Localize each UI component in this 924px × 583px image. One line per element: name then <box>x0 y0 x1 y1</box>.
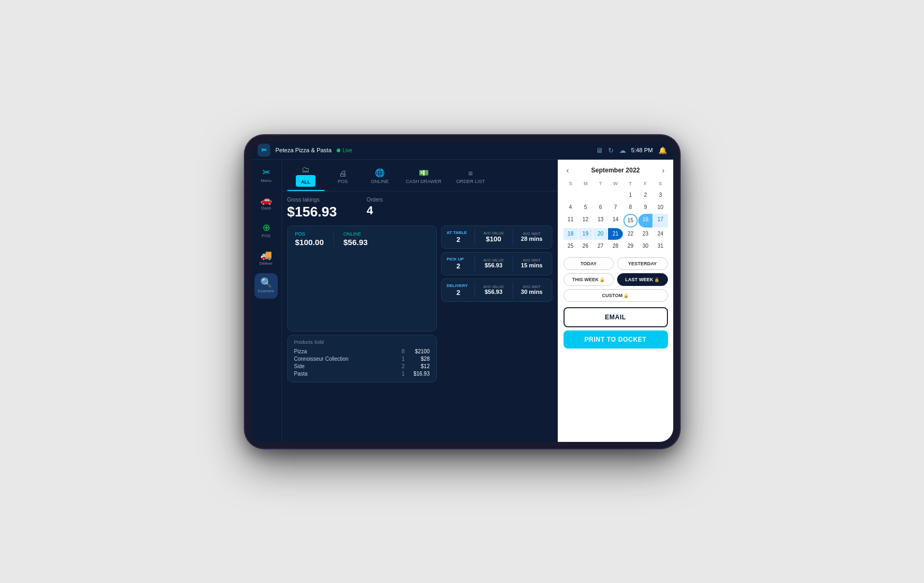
cal-day-29[interactable]: 29 <box>623 240 638 252</box>
cal-day-15[interactable]: 15 <box>623 214 638 228</box>
cal-day-9[interactable]: 9 <box>638 202 653 213</box>
cal-header-t2: T <box>623 180 638 187</box>
cal-day-11[interactable]: 11 <box>564 214 578 228</box>
tab-pos[interactable]: 🖨 POS <box>324 167 362 187</box>
pick-up-avg-wait-label: AVG WAIT <box>523 258 540 262</box>
pos-online-divider <box>333 231 334 247</box>
cal-day-12[interactable]: 12 <box>578 214 593 228</box>
cal-day-20[interactable]: 20 <box>593 228 608 240</box>
print-to-docket-button[interactable]: PRINT TO DOCKET <box>564 330 668 349</box>
filter-row-1: TODAY YESTERDAY <box>564 257 668 270</box>
cards-row: POS $100.00 ONLINE $56.93 <box>287 225 552 382</box>
pos-col-label: POS <box>295 231 324 237</box>
tab-cash-icon: 💵 <box>419 168 429 178</box>
refresh-icon[interactable]: ↻ <box>608 146 614 154</box>
pick-up-divider <box>474 256 475 272</box>
cal-day-31[interactable]: 31 <box>653 240 667 252</box>
cal-day-24[interactable]: 24 <box>653 228 667 240</box>
cal-day-5[interactable]: 5 <box>578 202 593 213</box>
last-week-filter-button[interactable]: LAST WEEK🔒 <box>617 273 668 286</box>
tablet-device: ✂ Peteza Pizza & Pasta Live 🖥 ↻ ☁ 5:48 P… <box>245 135 680 448</box>
cal-day-14[interactable]: 14 <box>608 214 622 228</box>
dashboard-content: Gross takings $156.93 Orders 4 <box>282 192 558 442</box>
cal-day-empty-1 <box>564 189 578 201</box>
cal-day-30[interactable]: 30 <box>638 240 653 252</box>
delivery-avg-value-label: AVG VALUE <box>483 285 504 289</box>
sidebar-item-menu[interactable]: ✂ Menu <box>254 163 278 188</box>
sidebar-item-examine[interactable]: 🔍 Examine <box>254 273 278 299</box>
pos-col-value: $100.00 <box>295 238 324 247</box>
tab-online[interactable]: 🌐 ONLINE <box>362 166 399 187</box>
cal-day-6[interactable]: 6 <box>593 202 608 213</box>
cal-day-19[interactable]: 19 <box>578 228 593 240</box>
this-week-filter-button[interactable]: THIS WEEK🔒 <box>564 273 614 286</box>
cal-day-18[interactable]: 18 <box>564 228 578 240</box>
cal-day-17[interactable]: 17 <box>653 214 667 228</box>
deliver-icon: 🚚 <box>260 250 272 260</box>
custom-filter-button[interactable]: CUSTOM🔒 <box>564 289 668 302</box>
tab-all[interactable]: 🗂 ALL <box>287 163 324 191</box>
this-week-lock-icon: 🔒 <box>600 277 605 282</box>
email-button[interactable]: EMAIL <box>564 307 668 327</box>
tab-order-icon: ≡ <box>468 169 473 178</box>
sidebar-item-dash[interactable]: 🚗 Dash <box>254 190 278 216</box>
cal-day-23[interactable]: 23 <box>638 228 653 240</box>
cal-day-13[interactable]: 13 <box>593 214 608 228</box>
sidebar-item-deliver[interactable]: 🚚 Deliver <box>254 246 278 271</box>
tab-order-list[interactable]: ≡ ORDER LIST <box>449 167 492 187</box>
tab-pos-icon: 🖨 <box>339 169 347 178</box>
cal-day-8[interactable]: 8 <box>623 202 638 213</box>
product-name-pizza: Pizza <box>294 349 398 354</box>
delivery-avg-wait-val: 30 mins <box>521 289 543 295</box>
calendar-next-button[interactable]: › <box>659 165 668 176</box>
app-logo: ✂ <box>258 144 270 156</box>
calendar-body: 1 2 3 4 5 6 7 8 9 10 11 <box>564 189 668 252</box>
product-price-connoisseur: $28 <box>409 356 430 362</box>
at-table-divider2 <box>513 229 513 245</box>
yesterday-filter-button[interactable]: YESTERDAY <box>617 257 668 270</box>
sidebar-item-pos[interactable]: ⊕ POS <box>254 218 278 243</box>
cal-day-26[interactable]: 26 <box>578 240 593 252</box>
cal-header-m: M <box>578 180 593 187</box>
tab-cash-drawer[interactable]: 💵 CASH DRAWER <box>399 166 449 187</box>
order-stat-at-table: AT TABLE 2 AVG VALUE $100 <box>441 225 552 249</box>
cal-day-10[interactable]: 10 <box>653 202 667 213</box>
product-qty-connoisseur: 1 <box>398 356 409 362</box>
at-table-avg-wait-label: AVG WAIT <box>523 232 540 236</box>
at-table-avg-value-val: $100 <box>486 235 501 243</box>
cal-day-7[interactable]: 7 <box>608 202 622 213</box>
cal-day-4[interactable]: 4 <box>564 202 578 213</box>
right-panel: ‹ September 2022 › S M T W T F <box>558 160 673 442</box>
online-col-value: $56.93 <box>344 238 368 247</box>
product-row-pizza: Pizza 8 $2100 <box>294 348 430 355</box>
cal-day-27[interactable]: 27 <box>593 240 608 252</box>
orders-block: Orders 4 <box>366 197 383 220</box>
pick-up-divider2 <box>513 256 513 272</box>
tab-order-label: ORDER LIST <box>456 179 485 184</box>
sidebar-pos-label: POS <box>262 233 271 238</box>
cal-day-empty-2 <box>578 189 593 201</box>
cal-day-16[interactable]: 16 <box>638 214 653 228</box>
bell-icon[interactable]: 🔔 <box>658 146 667 154</box>
cal-day-28[interactable]: 28 <box>608 240 622 252</box>
product-row-side: Side 2 $12 <box>294 363 430 370</box>
pick-up-count: 2 <box>456 262 460 270</box>
left-cards: POS $100.00 ONLINE $56.93 <box>287 225 437 382</box>
cal-day-2[interactable]: 2 <box>638 189 653 201</box>
last-week-lock-icon: 🔒 <box>654 277 659 282</box>
cal-day-22[interactable]: 22 <box>623 228 638 240</box>
sidebar: ✂ Menu 🚗 Dash ⊕ POS 🚚 Deliver 🔍 Exa <box>251 160 282 442</box>
cal-day-3[interactable]: 3 <box>653 189 667 201</box>
live-dot <box>337 149 340 152</box>
calendar-prev-button[interactable]: ‹ <box>564 165 573 176</box>
delivery-avg-value: AVG VALUE $56.93 <box>479 285 508 295</box>
today-filter-button[interactable]: TODAY <box>564 257 614 270</box>
cal-day-21[interactable]: 21 <box>608 228 622 240</box>
delivery-avg-wait-label: AVG WAIT <box>523 285 540 289</box>
cal-day-25[interactable]: 25 <box>564 240 578 252</box>
clock: 5:48 PM <box>631 147 653 153</box>
cal-day-empty-3 <box>593 189 608 201</box>
tab-online-icon: 🌐 <box>375 168 385 178</box>
cal-day-1[interactable]: 1 <box>623 189 638 201</box>
filter-row-2: THIS WEEK🔒 LAST WEEK🔒 <box>564 273 668 286</box>
